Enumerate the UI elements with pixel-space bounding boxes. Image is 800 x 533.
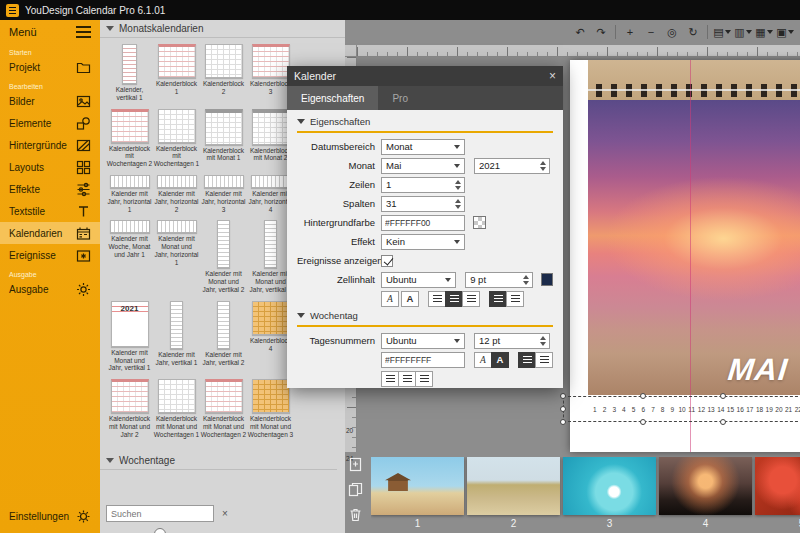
calendar-template-item[interactable]: Kalender mit Woche, Monat und Jahr 1 <box>106 220 153 258</box>
calendar-template-item[interactable]: Kalenderblock mit Wochentagen 1 <box>153 109 200 168</box>
section-eigenschaften[interactable]: Eigenschaften <box>297 114 553 129</box>
arrange-order-icon[interactable]: ▣ <box>776 24 794 40</box>
spinner-arrows-icon[interactable] <box>538 335 547 347</box>
sidebar-item-layouts[interactable]: Layouts <box>0 156 100 178</box>
calendar-template-item[interactable]: Kalender mit Jahr, horizontal 1 <box>106 175 153 213</box>
selection-handle[interactable] <box>640 419 646 425</box>
align-center-button[interactable] <box>445 291 463 307</box>
position-left-button[interactable] <box>381 371 399 387</box>
calendar-template-item[interactable]: Kalender mit Jahr, horizontal 3 <box>200 175 247 213</box>
page-thumbnail[interactable]: 3 <box>563 457 656 529</box>
calendar-template-item[interactable]: Kalenderblock mit Monat und Wochentagen … <box>200 379 247 438</box>
calendar-template-item[interactable]: Kalender mit Monat und Jahr, vertikal 2 <box>200 220 247 293</box>
calendar-template-item[interactable]: Kalender mit Jahr, vertikal 1 <box>153 301 200 367</box>
calendar-template-item[interactable]: Kalender mit Jahr, horizontal 2 <box>153 175 200 213</box>
page-thumbnail[interactable]: 4 <box>659 457 752 529</box>
calendar-template-item[interactable]: 2021 Kalender mit Monat und Jahr, vertik… <box>106 301 153 372</box>
calendar-template-item[interactable]: Kalender, vertikal 1 <box>106 44 153 102</box>
sidebar-item-textstile[interactable]: Textstile <box>0 200 100 222</box>
tagesnummern-size-spinner[interactable]: 12 pt <box>474 333 550 349</box>
menu-button[interactable]: Menü <box>0 20 100 44</box>
sidebar-item-effekte[interactable]: Effekte <box>0 178 100 200</box>
zellinhalt-size-spinner[interactable]: 9 pt <box>465 272 533 288</box>
wochentag-align-left-button[interactable] <box>518 352 536 368</box>
zellinhalt-color-swatch[interactable] <box>541 273 553 286</box>
add-element-icon[interactable]: + <box>621 24 639 40</box>
sidebar-item-kalendarien[interactable]: Kalendarien <box>0 222 100 244</box>
slider-thumb[interactable] <box>154 528 166 533</box>
wochentag-italic-button[interactable]: A <box>474 352 492 368</box>
align-horizontal-icon[interactable]: ▤ <box>713 24 731 40</box>
clear-search-icon[interactable]: × <box>218 507 232 521</box>
calendar-template-item[interactable]: Kalenderblock mit Monat und Jahr 2 <box>106 379 153 438</box>
snap-icon[interactable]: ◎ <box>663 24 681 40</box>
selection-handle[interactable] <box>720 419 726 425</box>
selection-handle[interactable] <box>560 406 566 412</box>
search-input[interactable] <box>106 505 214 522</box>
bold-button[interactable]: A <box>401 291 419 307</box>
jahr-spinner[interactable]: 2021 <box>474 158 550 174</box>
page-photo[interactable]: MAI <box>588 100 800 395</box>
calendar-template-item[interactable]: Kalender mit Monat und Jahr, horizontal … <box>153 220 200 266</box>
position-center-button[interactable] <box>398 371 416 387</box>
selection-handle[interactable] <box>720 393 726 399</box>
undo-icon[interactable]: ↶ <box>571 24 589 40</box>
sidebar-item-einstellungen[interactable]: Einstellungen <box>0 505 100 527</box>
monatskalendarien-header[interactable]: Monatskalendarien <box>100 20 345 38</box>
rotate-icon[interactable]: ↻ <box>684 24 702 40</box>
selection-handle[interactable] <box>560 393 566 399</box>
effekt-dropdown[interactable]: Kein <box>381 234 465 250</box>
align-right-button[interactable] <box>462 291 480 307</box>
spinner-arrows-icon[interactable] <box>521 274 530 286</box>
section-wochentag[interactable]: Wochentag <box>297 308 553 323</box>
valign-middle-button[interactable] <box>506 291 524 307</box>
page-thumbnail[interactable]: 2 <box>467 457 560 529</box>
page-thumbnail[interactable]: 1 <box>371 457 464 529</box>
selection-handle[interactable] <box>640 393 646 399</box>
sidebar-item-elemente[interactable]: Elemente <box>0 112 100 134</box>
calendar-template-item[interactable]: Kalenderblock 2 <box>200 44 247 96</box>
calendar-template-item[interactable]: Kalenderblock mit Monat und Wochentagen … <box>153 379 200 438</box>
tab-eigenschaften[interactable]: Eigenschaften <box>287 86 378 110</box>
transparent-color-swatch[interactable] <box>473 216 486 229</box>
calendar-template-item[interactable]: Kalenderblock mit Monat 1 <box>200 109 247 163</box>
position-right-button[interactable] <box>415 371 433 387</box>
wochentag-bold-button[interactable]: A <box>491 352 509 368</box>
spinner-arrows-icon[interactable] <box>453 198 462 210</box>
zoom-slider[interactable] <box>106 528 231 533</box>
sidebar-item-projekt[interactable]: Projekt <box>0 56 100 78</box>
dialog-header[interactable]: Kalender × <box>287 66 563 86</box>
delete-page-icon[interactable] <box>348 507 364 523</box>
wochentag-align-right-button[interactable] <box>535 352 553 368</box>
selection-outline[interactable] <box>563 396 800 422</box>
align-vertical-icon[interactable]: ▥ <box>734 24 752 40</box>
zeilen-spinner[interactable]: 1 <box>381 177 465 193</box>
duplicate-page-icon[interactable] <box>348 482 364 498</box>
spinner-arrows-icon[interactable] <box>538 160 547 172</box>
calendar-template-item[interactable]: Kalender mit Jahr, vertikal 2 <box>200 301 247 367</box>
zellinhalt-font-dropdown[interactable]: Ubuntu <box>381 272 456 288</box>
wochentag-farbe-input[interactable] <box>381 352 465 368</box>
calendar-template-item[interactable]: Kalenderblock mit Wochentagen 2 <box>106 109 153 168</box>
wochentage-header[interactable]: Wochentage <box>100 452 337 470</box>
calendar-template-item[interactable]: Kalenderblock 1 <box>153 44 200 96</box>
valign-top-button[interactable] <box>489 291 507 307</box>
redo-icon[interactable]: ↷ <box>592 24 610 40</box>
selection-handle[interactable] <box>560 419 566 425</box>
distribute-icon[interactable]: ▦ <box>755 24 773 40</box>
sidebar-item-ereignisse[interactable]: Ereignisse <box>0 244 100 266</box>
calendar-template-item[interactable]: Kalenderblock mit Monat und Wochentagen … <box>247 379 294 438</box>
spalten-spinner[interactable]: 31 <box>381 196 465 212</box>
align-left-button[interactable] <box>428 291 446 307</box>
ereignisse-checkbox[interactable] <box>381 255 393 267</box>
italic-button[interactable]: A <box>381 291 399 307</box>
add-page-icon[interactable] <box>348 457 364 473</box>
sidebar-item-hintergruende[interactable]: Hintergründe <box>0 134 100 156</box>
tagesnummern-font-dropdown[interactable]: Ubuntu <box>381 333 465 349</box>
calendar-page[interactable]: MAI 123456789101112131415161718192021222… <box>570 60 800 452</box>
tab-pro[interactable]: Pro <box>378 86 422 110</box>
remove-element-icon[interactable]: − <box>642 24 660 40</box>
sidebar-item-bilder[interactable]: Bilder <box>0 90 100 112</box>
monat-dropdown[interactable]: Mai <box>381 158 465 174</box>
month-label[interactable]: MAI <box>726 352 790 388</box>
